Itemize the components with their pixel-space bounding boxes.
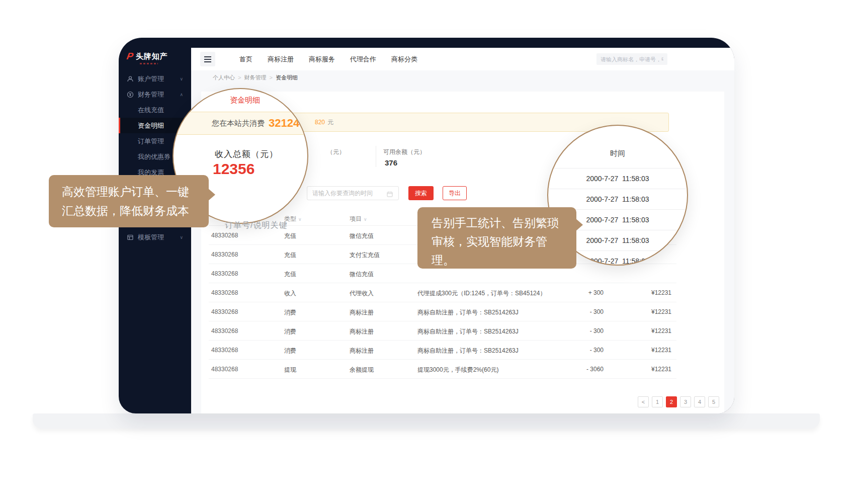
cell-type: 充值	[284, 270, 296, 279]
sidebar-item-label: 模板管理	[138, 233, 180, 242]
cell-order-no: 48330268	[211, 232, 238, 239]
cell-type: 消费	[284, 308, 296, 317]
date-query-input[interactable]	[307, 186, 399, 200]
pagination-pages: 1 2 3 4 5	[652, 396, 719, 407]
nav-links: 首页 商标注册 商标服务 代理合作 商标分类	[239, 48, 417, 70]
callout-right: 告别手工统计、告别繁琐 审核，实现智能财务管 理。	[417, 207, 576, 269]
pagination-page-button[interactable]: 1	[652, 396, 663, 407]
sidebar-item-account[interactable]: 账户管理 ∨	[119, 71, 191, 87]
cell-amount: - 300	[541, 327, 604, 334]
pagination-page-button[interactable]: 3	[680, 396, 691, 407]
callout-right-line: 审核，实现智能财务管	[432, 232, 576, 251]
cell-order-no: 48330268	[211, 289, 238, 296]
time-value: 2000-7-27 11:58:03	[548, 189, 687, 210]
nav-item-trademark-category[interactable]: 商标分类	[391, 55, 417, 64]
fund-detail-tab[interactable]: 资金明细	[230, 96, 260, 105]
pagination-page-button[interactable]: 5	[708, 396, 719, 407]
laptop-base	[33, 413, 820, 429]
cell-balance: ¥12231	[609, 289, 671, 296]
sidebar-item-label: 财务管理	[138, 90, 180, 99]
table-row[interactable]: 48330268 消费 商标注册 商标自助注册，订单号：SB2514263J -…	[209, 321, 676, 341]
callout-right-line: 告别手工统计、告别繁琐	[432, 214, 576, 232]
yen-coin-icon	[127, 91, 134, 98]
column-header-project[interactable]: 项目∨	[350, 215, 367, 223]
income-total-value: 12356	[213, 160, 254, 178]
consumption-banner-amount: 820 元	[315, 113, 333, 131]
nav-item-agent-cooperation[interactable]: 代理合作	[350, 55, 376, 64]
cell-project: 余额提现	[350, 366, 374, 374]
callout-left-line: 高效管理账户订单、一键	[62, 182, 209, 201]
logo-title: 头牌知产	[136, 51, 168, 62]
magnified-consumption-banner: 您在本站共消费 32124 元	[173, 112, 308, 135]
cell-amount: - 3060	[541, 366, 604, 373]
column-header-time: 时间	[548, 149, 687, 158]
export-button[interactable]: 导出	[443, 186, 467, 200]
breadcrumb-finance[interactable]: 财务管理	[244, 74, 266, 81]
cell-project: 微信充值	[350, 270, 374, 279]
column-header-order-keyword: 订单号/说明关键	[225, 220, 287, 231]
search-button[interactable]: 搜索	[408, 186, 434, 200]
cell-type: 充值	[284, 232, 296, 240]
cell-type: 提现	[284, 366, 296, 374]
breadcrumb-separator: >	[238, 74, 241, 80]
cell-type: 消费	[284, 347, 296, 355]
cell-balance: ¥12231	[609, 366, 671, 373]
sort-caret-icon: ∨	[364, 217, 367, 222]
cell-project: 商标注册	[350, 347, 374, 355]
cell-project: 商标注册	[350, 327, 374, 336]
cell-description: 代理提成300元（ID:1245，订单号：SB45124）	[417, 289, 546, 298]
breadcrumb: 个人中心 > 财务管理 > 资金明细	[191, 70, 734, 85]
nav-item-home[interactable]: 首页	[239, 55, 252, 64]
cell-balance: ¥12231	[609, 347, 671, 354]
table-row[interactable]: 48330268 消费 商标注册 商标自助注册，订单号：SB2514263J -…	[209, 341, 676, 360]
callout-right-line: 理。	[432, 251, 576, 270]
callout-left: 高效管理账户订单、一键 汇总数据，降低财务成本	[49, 175, 209, 227]
trademark-search-input[interactable]	[596, 53, 667, 65]
available-balance-label: 可用余额（元）	[383, 148, 425, 156]
breadcrumb-personal-center[interactable]: 个人中心	[213, 74, 235, 81]
callout-left-line: 汇总数据，降低财务成本	[62, 201, 209, 220]
pagination-page-button[interactable]: 2	[666, 396, 677, 407]
cell-project: 支付宝充值	[350, 251, 380, 260]
cell-order-no: 48330268	[211, 308, 238, 315]
logo-icon: P	[126, 51, 134, 62]
cell-description: 商标自助注册，订单号：SB2514263J	[417, 327, 519, 336]
breadcrumb-current: 资金明细	[276, 74, 298, 81]
cell-amount: - 300	[541, 308, 604, 315]
logo: P 头牌知产	[127, 51, 168, 68]
calendar-icon[interactable]	[387, 190, 393, 196]
sort-caret-icon: ∨	[298, 217, 302, 222]
available-balance-value: 376	[385, 158, 397, 167]
chevron-down-icon: ∨	[180, 76, 183, 81]
nav-item-trademark-service[interactable]: 商标服务	[309, 55, 335, 64]
banner-rest-amount: 820	[315, 119, 325, 126]
time-value: 2000-7-27 11:58:03	[548, 169, 687, 189]
sidebar-item-label: 账户管理	[138, 74, 180, 83]
breadcrumb-separator: >	[269, 74, 272, 80]
page: P 头牌知产 账户管理 ∨ 财务管理 ∧	[0, 0, 853, 504]
pagination-prev-button[interactable]: <	[638, 396, 649, 407]
sidebar-item-online-recharge[interactable]: 在线充值	[119, 102, 191, 118]
stat-expense-unit-fragment: （元）	[327, 148, 345, 156]
nav-item-trademark-register[interactable]: 商标注册	[268, 55, 294, 64]
cell-order-no: 48330268	[211, 270, 238, 277]
table-row[interactable]: 48330268 提现 余额提现 提现3000元，手续费2%(60元) - 30…	[209, 360, 676, 379]
cell-project: 代理收入	[350, 289, 374, 298]
table-row[interactable]: 48330268 收入 代理收入 代理提成300元（ID:1245，订单号：SB…	[209, 283, 676, 302]
user-icon	[127, 75, 134, 82]
cell-order-no: 48330268	[211, 251, 238, 258]
hamburger-menu-icon[interactable]	[200, 52, 215, 66]
stat-divider	[376, 146, 376, 167]
banner-unit: 元	[327, 118, 333, 127]
table-row[interactable]: 48330268 消费 商标注册 商标自助注册，订单号：SB2514263J -…	[209, 302, 676, 321]
cell-amount: - 300	[541, 347, 604, 354]
sidebar-item-finance[interactable]: 财务管理 ∧	[119, 87, 191, 102]
cell-balance: ¥12231	[609, 308, 671, 315]
chevron-down-icon: ∨	[180, 235, 183, 240]
cell-order-no: 48330268	[211, 327, 238, 334]
pagination-page-button[interactable]: 4	[694, 396, 705, 407]
banner-prefix: 您在本站共消费	[212, 119, 265, 128]
income-total-label: 收入总额（元）	[215, 148, 278, 160]
sidebar-item-templates[interactable]: 模板管理 ∨	[119, 229, 191, 245]
banner-total-amount: 32124	[269, 117, 299, 130]
